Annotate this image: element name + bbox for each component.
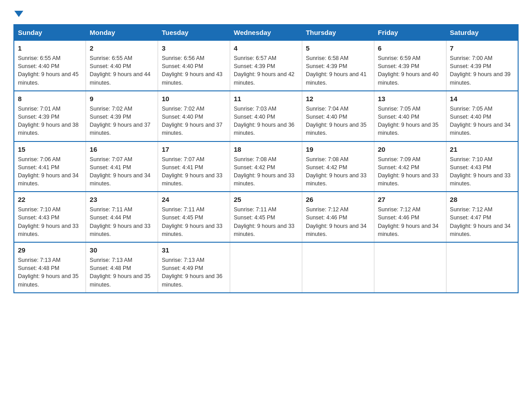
calendar-cell: 22 Sunrise: 7:10 AMSunset: 4:43 PMDaylig… [14, 192, 86, 242]
day-info: Sunrise: 6:55 AMSunset: 4:40 PMDaylight:… [90, 55, 150, 86]
day-info: Sunrise: 7:10 AMSunset: 4:43 PMDaylight:… [450, 156, 511, 187]
day-number: 4 [234, 43, 298, 53]
day-number: 2 [90, 43, 154, 53]
day-info: Sunrise: 7:08 AMSunset: 4:42 PMDaylight:… [234, 156, 295, 187]
page-header [13, 9, 519, 16]
calendar-cell: 20 Sunrise: 7:09 AMSunset: 4:42 PMDaylig… [374, 141, 446, 192]
calendar-week-row: 29 Sunrise: 7:13 AMSunset: 4:48 PMDaylig… [14, 242, 518, 293]
calendar-cell: 24 Sunrise: 7:11 AMSunset: 4:45 PMDaylig… [158, 192, 230, 242]
calendar-cell: 31 Sunrise: 7:13 AMSunset: 4:49 PMDaylig… [158, 242, 230, 293]
calendar-cell: 7 Sunrise: 7:00 AMSunset: 4:39 PMDayligh… [446, 40, 518, 91]
weekday-header-monday: Monday [86, 25, 158, 40]
logo-triangle-icon [14, 11, 23, 17]
day-info: Sunrise: 7:03 AMSunset: 4:40 PMDaylight:… [234, 106, 295, 137]
calendar-table: SundayMondayTuesdayWednesdayThursdayFrid… [13, 24, 519, 293]
day-number: 15 [18, 145, 82, 154]
calendar-week-row: 1 Sunrise: 6:55 AMSunset: 4:40 PMDayligh… [14, 40, 518, 91]
calendar-cell: 11 Sunrise: 7:03 AMSunset: 4:40 PMDaylig… [230, 91, 302, 141]
calendar-header-row: SundayMondayTuesdayWednesdayThursdayFrid… [14, 25, 518, 40]
day-info: Sunrise: 7:07 AMSunset: 4:41 PMDaylight:… [162, 156, 223, 187]
day-number: 3 [162, 43, 226, 53]
calendar-cell: 19 Sunrise: 7:08 AMSunset: 4:42 PMDaylig… [302, 141, 374, 192]
day-info: Sunrise: 7:07 AMSunset: 4:41 PMDaylight:… [90, 156, 150, 187]
day-number: 10 [162, 94, 226, 103]
calendar-cell: 28 Sunrise: 7:12 AMSunset: 4:47 PMDaylig… [446, 192, 518, 242]
calendar-cell: 12 Sunrise: 7:04 AMSunset: 4:40 PMDaylig… [302, 91, 374, 141]
calendar-cell: 9 Sunrise: 7:02 AMSunset: 4:39 PMDayligh… [86, 91, 158, 141]
calendar-cell: 14 Sunrise: 7:05 AMSunset: 4:40 PMDaylig… [446, 91, 518, 141]
calendar-week-row: 22 Sunrise: 7:10 AMSunset: 4:43 PMDaylig… [14, 192, 518, 242]
calendar-cell: 27 Sunrise: 7:12 AMSunset: 4:46 PMDaylig… [374, 192, 446, 242]
calendar-cell [374, 242, 446, 293]
calendar-week-row: 15 Sunrise: 7:06 AMSunset: 4:41 PMDaylig… [14, 141, 518, 192]
weekday-header-friday: Friday [374, 25, 446, 40]
day-info: Sunrise: 7:04 AMSunset: 4:40 PMDaylight:… [306, 106, 367, 137]
calendar-cell: 16 Sunrise: 7:07 AMSunset: 4:41 PMDaylig… [86, 141, 158, 192]
day-number: 21 [450, 145, 514, 154]
day-number: 9 [90, 94, 154, 103]
logo [13, 9, 23, 16]
day-info: Sunrise: 7:10 AMSunset: 4:43 PMDaylight:… [18, 206, 79, 237]
day-info: Sunrise: 7:13 AMSunset: 4:48 PMDaylight:… [18, 257, 79, 288]
day-number: 14 [450, 94, 514, 103]
day-number: 7 [450, 43, 514, 53]
calendar-cell: 29 Sunrise: 7:13 AMSunset: 4:48 PMDaylig… [14, 242, 86, 293]
weekday-header-sunday: Sunday [14, 25, 86, 40]
day-info: Sunrise: 7:05 AMSunset: 4:40 PMDaylight:… [450, 106, 511, 137]
day-info: Sunrise: 7:02 AMSunset: 4:40 PMDaylight:… [162, 106, 223, 137]
calendar-cell: 5 Sunrise: 6:58 AMSunset: 4:39 PMDayligh… [302, 40, 374, 91]
day-info: Sunrise: 7:11 AMSunset: 4:45 PMDaylight:… [162, 206, 223, 237]
day-info: Sunrise: 6:57 AMSunset: 4:39 PMDaylight:… [234, 55, 295, 86]
day-info: Sunrise: 7:12 AMSunset: 4:47 PMDaylight:… [450, 206, 511, 237]
calendar-cell: 1 Sunrise: 6:55 AMSunset: 4:40 PMDayligh… [14, 40, 86, 91]
calendar-cell [230, 242, 302, 293]
day-number: 22 [18, 195, 82, 204]
day-info: Sunrise: 7:13 AMSunset: 4:48 PMDaylight:… [90, 257, 150, 288]
day-info: Sunrise: 7:02 AMSunset: 4:39 PMDaylight:… [90, 106, 150, 137]
day-info: Sunrise: 7:09 AMSunset: 4:42 PMDaylight:… [378, 156, 439, 187]
day-number: 26 [306, 195, 370, 204]
day-number: 30 [90, 245, 154, 255]
day-info: Sunrise: 7:11 AMSunset: 4:45 PMDaylight:… [234, 206, 295, 237]
day-info: Sunrise: 7:06 AMSunset: 4:41 PMDaylight:… [18, 156, 79, 187]
day-info: Sunrise: 7:01 AMSunset: 4:39 PMDaylight:… [18, 106, 79, 137]
calendar-cell: 30 Sunrise: 7:13 AMSunset: 4:48 PMDaylig… [86, 242, 158, 293]
day-number: 25 [234, 195, 298, 204]
calendar-cell: 4 Sunrise: 6:57 AMSunset: 4:39 PMDayligh… [230, 40, 302, 91]
calendar-cell: 10 Sunrise: 7:02 AMSunset: 4:40 PMDaylig… [158, 91, 230, 141]
calendar-cell: 15 Sunrise: 7:06 AMSunset: 4:41 PMDaylig… [14, 141, 86, 192]
day-info: Sunrise: 7:11 AMSunset: 4:44 PMDaylight:… [90, 206, 150, 237]
day-info: Sunrise: 6:56 AMSunset: 4:40 PMDaylight:… [162, 55, 223, 86]
calendar-cell: 18 Sunrise: 7:08 AMSunset: 4:42 PMDaylig… [230, 141, 302, 192]
calendar-cell: 21 Sunrise: 7:10 AMSunset: 4:43 PMDaylig… [446, 141, 518, 192]
day-number: 13 [378, 94, 442, 103]
calendar-cell: 26 Sunrise: 7:12 AMSunset: 4:46 PMDaylig… [302, 192, 374, 242]
calendar-cell [446, 242, 518, 293]
calendar-cell: 8 Sunrise: 7:01 AMSunset: 4:39 PMDayligh… [14, 91, 86, 141]
day-info: Sunrise: 7:13 AMSunset: 4:49 PMDaylight:… [162, 257, 223, 288]
day-info: Sunrise: 7:08 AMSunset: 4:42 PMDaylight:… [306, 156, 367, 187]
calendar-cell: 6 Sunrise: 6:59 AMSunset: 4:39 PMDayligh… [374, 40, 446, 91]
calendar-cell: 17 Sunrise: 7:07 AMSunset: 4:41 PMDaylig… [158, 141, 230, 192]
day-number: 8 [18, 94, 82, 103]
day-number: 17 [162, 145, 226, 154]
calendar-cell: 23 Sunrise: 7:11 AMSunset: 4:44 PMDaylig… [86, 192, 158, 242]
day-number: 1 [18, 43, 82, 53]
day-number: 23 [90, 195, 154, 204]
day-number: 31 [162, 245, 226, 255]
day-info: Sunrise: 7:12 AMSunset: 4:46 PMDaylight:… [306, 206, 367, 237]
calendar-cell [302, 242, 374, 293]
calendar-cell: 25 Sunrise: 7:11 AMSunset: 4:45 PMDaylig… [230, 192, 302, 242]
day-number: 11 [234, 94, 298, 103]
logo-text [13, 9, 23, 17]
day-number: 24 [162, 195, 226, 204]
day-info: Sunrise: 7:00 AMSunset: 4:39 PMDaylight:… [450, 55, 511, 86]
day-number: 16 [90, 145, 154, 154]
day-number: 19 [306, 145, 370, 154]
calendar-cell: 2 Sunrise: 6:55 AMSunset: 4:40 PMDayligh… [86, 40, 158, 91]
day-number: 28 [450, 195, 514, 204]
day-number: 27 [378, 195, 442, 204]
calendar-cell: 13 Sunrise: 7:05 AMSunset: 4:40 PMDaylig… [374, 91, 446, 141]
day-number: 6 [378, 43, 442, 53]
day-number: 12 [306, 94, 370, 103]
